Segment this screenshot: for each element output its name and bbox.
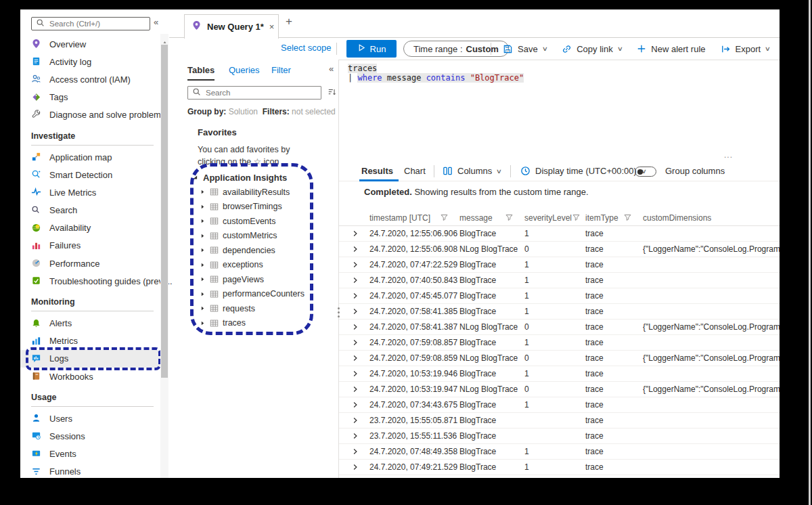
chevron-right-icon[interactable] [200, 305, 206, 311]
copy-link-button[interactable]: Copy link ∨ [554, 44, 629, 54]
sidebar-item-performance[interactable]: Performance [20, 255, 160, 272]
sidebar-item-access-control-iam[interactable]: Access control (IAM) [20, 70, 160, 88]
chevron-right-icon[interactable] [200, 233, 206, 239]
run-button[interactable]: Run [346, 40, 397, 58]
expand-row-icon[interactable] [352, 386, 369, 393]
table-row[interactable]: 24.7.2020, 12:55:06.908NLog BlogTrace0tr… [339, 242, 780, 257]
table-row[interactable]: 24.7.2020, 07:40:50.843BlogTrace1trace [339, 273, 780, 288]
table-row[interactable]: 24.7.2020, 10:53:19.946BlogTrace1trace [339, 366, 780, 382]
sidebar-item-application-map[interactable]: Application map [20, 148, 160, 166]
triangle-expanded-icon[interactable] [191, 173, 198, 183]
sidebar-item-activity-log[interactable]: Activity log [20, 53, 160, 70]
export-button[interactable]: Export ∨ [713, 44, 777, 54]
chevron-right-icon[interactable] [200, 189, 206, 195]
expand-row-icon[interactable] [352, 464, 369, 470]
sidebar-item-funnels[interactable]: Funnels [20, 463, 160, 478]
more-options-icon[interactable]: ... [724, 150, 733, 160]
sidebar-item-failures[interactable]: Failures [20, 237, 160, 255]
tree-item-requests[interactable]: requests [169, 301, 338, 316]
tab-queries[interactable]: Queries [229, 65, 260, 75]
table-row[interactable]: 24.7.2020, 07:45:45.077BlogTrace1trace [339, 288, 780, 304]
table-row[interactable]: 23.7.2020, 15:55:05.871BlogTracetrace [339, 413, 780, 429]
sidebar-scrollbar[interactable] [160, 34, 168, 478]
expand-row-icon[interactable] [352, 401, 369, 408]
expand-row-icon[interactable] [352, 339, 369, 346]
table-row[interactable]: 24.7.2020, 12:55:06.906BlogTrace1trace [339, 226, 780, 242]
expand-row-icon[interactable] [352, 246, 369, 252]
sidebar-search-input[interactable] [48, 19, 145, 28]
chevron-right-icon[interactable] [200, 218, 206, 224]
close-icon[interactable]: × [269, 22, 275, 32]
new-alert-rule-button[interactable]: New alert rule [629, 44, 713, 54]
tree-item-dependencies[interactable]: dependencies [169, 243, 338, 258]
chevron-right-icon[interactable] [200, 262, 206, 268]
schema-collapse-icon[interactable]: « [329, 64, 334, 74]
tree-item-custommetrics[interactable]: customMetrics [169, 229, 338, 244]
expand-row-icon[interactable] [352, 417, 369, 424]
table-row[interactable]: 24.7.2020, 07:34:43.675BlogTrace1trace [339, 397, 780, 413]
sidebar-item-sessions[interactable]: Sessions [20, 427, 160, 445]
sidebar-item-metrics[interactable]: Metrics [20, 332, 160, 350]
sidebar-item-alerts[interactable]: Alerts [20, 314, 160, 332]
chevron-right-icon[interactable] [200, 320, 206, 326]
tab-results[interactable]: Results [361, 166, 393, 176]
sidebar-item-workbooks[interactable]: Workbooks [20, 368, 160, 385]
schema-search-input[interactable] [204, 88, 317, 97]
expand-row-icon[interactable] [352, 370, 369, 377]
group-by-value[interactable]: Solution [229, 107, 258, 116]
tree-item-availabilityresults[interactable]: availabilityResults [169, 185, 338, 200]
tree-item-performancecounters[interactable]: performanceCounters [169, 287, 338, 302]
expand-row-icon[interactable] [352, 355, 369, 361]
sidebar-item-overview[interactable]: Overview [20, 35, 160, 53]
table-row[interactable]: 24.7.2020, 07:59:08.857BlogTrace1trace [339, 335, 780, 351]
expand-row-icon[interactable] [352, 230, 369, 237]
schema-search[interactable] [187, 86, 321, 100]
chevron-right-icon[interactable] [200, 247, 206, 253]
sidebar-item-search[interactable]: Search [20, 202, 160, 219]
sidebar-item-live-metrics[interactable]: Live Metrics [20, 183, 160, 201]
tree-root-application-insights[interactable]: Application Insights [169, 170, 338, 185]
table-row[interactable]: 24.7.2020, 07:59:08.859NLog BlogTrace0tr… [339, 351, 780, 366]
scrollbar-thumb[interactable] [161, 45, 168, 378]
sidebar-item-logs[interactable]: Logs [20, 350, 160, 368]
filter-funnel-icon[interactable] [572, 213, 581, 222]
table-row[interactable]: 24.7.2020, 07:58:41.385BlogTrace1trace [339, 304, 780, 320]
tab-tables[interactable]: Tables [187, 65, 215, 81]
pin-to-dashboard-button[interactable]: Pin to c [777, 44, 780, 54]
expand-row-icon[interactable] [352, 433, 369, 439]
tree-item-traces[interactable]: traces [169, 316, 338, 331]
filter-funnel-icon[interactable] [505, 213, 514, 222]
sidebar-item-troubleshooting-guides-previ[interactable]: Troubleshooting guides (previ... [20, 272, 160, 290]
chevron-right-icon[interactable] [200, 276, 206, 282]
table-row[interactable]: 24.7.2020, 07:47:22.529BlogTrace1trace [339, 257, 780, 273]
table-row[interactable]: 23.7.2020, 15:55:11.536BlogTracetrace [339, 429, 780, 444]
column-header-customdimensions[interactable]: customDimensions [643, 213, 780, 223]
expand-row-icon[interactable] [352, 277, 369, 284]
new-tab-button[interactable]: + [286, 15, 292, 28]
tab-chart[interactable]: Chart [404, 166, 426, 176]
group-columns-toggle[interactable] [635, 167, 656, 177]
table-row[interactable]: 24.7.2020, 07:49:21.529BlogTrace1trace [339, 460, 780, 475]
tree-item-exceptions[interactable]: exceptions [169, 258, 338, 273]
query-editor[interactable]: traces | where message contains "BlogTra… [339, 60, 780, 154]
expand-row-icon[interactable] [352, 324, 369, 330]
column-header-timestamp-utc[interactable]: timestamp [UTC] [369, 213, 459, 223]
sidebar-item-tags[interactable]: Tags [20, 89, 160, 106]
expand-row-icon[interactable] [352, 292, 369, 299]
filter-funnel-icon[interactable] [623, 213, 632, 222]
save-button[interactable]: Save ∨ [495, 44, 554, 54]
sidebar-item-diagnose-and-solve-problems[interactable]: Diagnose and solve problems [20, 106, 160, 124]
column-header-message[interactable]: message [459, 213, 524, 223]
filters-value[interactable]: not selected [292, 107, 336, 116]
expand-row-icon[interactable] [352, 448, 369, 455]
sort-filter-icon[interactable] [328, 87, 337, 100]
sidebar-item-events[interactable]: Events [20, 445, 160, 463]
chevron-right-icon[interactable] [200, 291, 206, 297]
select-scope-link[interactable]: Select scope [281, 43, 331, 53]
time-range-button[interactable]: Time range : Custom [403, 41, 509, 57]
sidebar-collapse-icon[interactable]: « [154, 17, 158, 27]
sidebar-item-smart-detection[interactable]: Smart Detection [20, 166, 160, 183]
expand-row-icon[interactable] [352, 261, 369, 268]
table-row[interactable]: 24.7.2020, 07:48:49.358BlogTrace1trace [339, 444, 780, 460]
column-header-itemtype[interactable]: itemType [585, 213, 643, 223]
